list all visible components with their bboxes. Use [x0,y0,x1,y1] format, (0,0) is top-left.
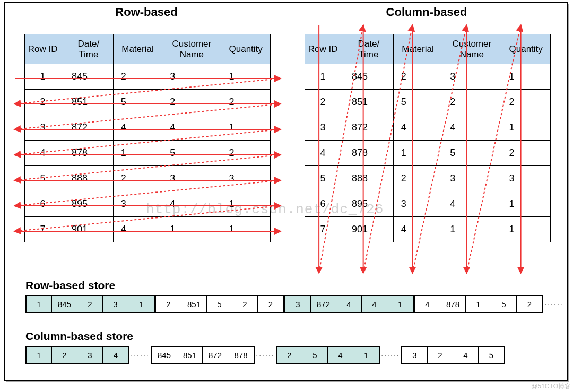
table-row: 2851522 [25,90,271,115]
title-row-based: Row-based [24,5,268,19]
store-cell: 3 [103,296,128,312]
store-cell: 4 [453,347,479,363]
cell: 3 [162,166,221,191]
col-store-strip: 1234······845851872878······2541······32… [25,346,505,364]
store-cell: 872 [311,296,336,312]
store-cell: 3 [285,296,311,312]
store-cell: 3 [77,347,103,363]
th-quantity: Quantity [221,34,271,64]
store-cell: 2 [277,347,302,363]
store-group: 845851872878 [151,346,255,364]
column-based-table: Row ID Date/ Time Material Customer Name… [305,34,551,242]
cell: 4 [113,217,162,242]
th-date: Date/ Time [344,34,394,64]
cell: 888 [344,166,394,191]
cell: 6 [25,191,64,217]
store-cell: 4 [103,347,128,363]
store-cell: 3 [402,347,428,363]
cell: 3 [501,166,551,191]
credit-text: @51CTO博客 [531,382,571,391]
store-group: 2541 [276,346,380,364]
cell: 845 [64,64,114,90]
cell: 845 [344,64,394,90]
store-cell: 2 [52,347,77,363]
cell: 4 [113,115,162,141]
cell: 901 [64,217,114,242]
store-cell: 2 [232,296,258,312]
col-store-label: Column-based store [25,330,133,343]
title-column-based: Column-based [305,5,549,19]
cell: 4 [162,115,221,141]
cell: 2 [393,166,442,191]
store-cell: 851 [181,296,207,312]
th-customer: Customer Name [442,34,501,64]
cell: 1 [221,191,271,217]
cell: 895 [344,191,394,217]
table-row: 5888233 [25,166,271,191]
cell: 4 [393,115,442,141]
cell: 7 [25,217,64,242]
store-cell: 2 [77,296,103,312]
cell: 895 [64,191,114,217]
ellipsis: ······ [129,351,151,359]
table-row: 7901411 [25,217,271,242]
store-cell: 851 [177,347,203,363]
store-group: 2851522 [155,295,284,313]
cell: 1 [501,217,551,242]
cell: 2 [113,166,162,191]
ellipsis: ······ [543,300,565,308]
store-cell: 4 [415,296,440,312]
store-cell: 2 [258,296,283,312]
cell: 3 [221,166,271,191]
store-cell: 845 [52,296,77,312]
table-row: 6895341 [25,191,271,217]
cell: 4 [442,115,501,141]
row-store-label: Row-based store [25,279,115,292]
cell: 5 [393,90,442,115]
cell: 888 [64,166,114,191]
cell: 901 [344,217,394,242]
cell: 1 [501,191,551,217]
store-cell: 5 [491,296,517,312]
cell: 1 [305,64,344,90]
table-row: 4878152 [25,141,271,166]
ellipsis: ······ [380,351,401,359]
cell: 3 [25,115,64,141]
store-cell: 1 [128,296,154,312]
cell: 2 [501,141,551,166]
store-cell: 845 [152,347,177,363]
cell: 1 [25,64,64,90]
store-cell: 5 [302,347,328,363]
cell: 1 [442,217,501,242]
cell: 1 [221,64,271,90]
cell: 1 [113,141,162,166]
store-cell: 5 [479,347,504,363]
table-row: 1845231 [305,64,551,90]
cell: 4 [442,191,501,217]
cell: 3 [393,191,442,217]
cell: 3 [442,166,501,191]
cell: 851 [344,90,394,115]
cell: 6 [305,191,344,217]
cell: 5 [113,90,162,115]
store-cell: 2 [428,347,453,363]
store-cell: 1 [353,347,379,363]
cell: 872 [64,115,114,141]
row-store-strip: 1845231285152238724414878152······ [25,295,565,313]
th-quantity: Quantity [501,34,551,64]
cell: 5 [305,166,344,191]
store-group: 1234 [25,346,129,364]
cell: 7 [305,217,344,242]
store-cell: 1 [27,347,52,363]
cell: 3 [162,64,221,90]
cell: 1 [221,115,271,141]
th-customer: Customer Name [162,34,221,64]
cell: 5 [25,166,64,191]
table-row: 1845231 [25,64,271,90]
cell: 3 [305,115,344,141]
cell: 5 [442,141,501,166]
cell: 1 [501,64,551,90]
table-row: 7901411 [305,217,551,242]
store-cell: 4 [328,347,353,363]
store-cell: 1 [466,296,491,312]
